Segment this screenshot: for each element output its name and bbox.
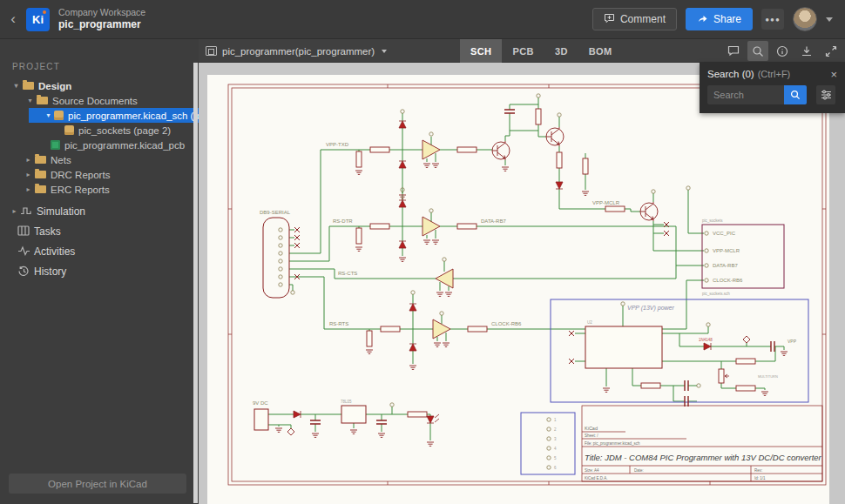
titleblock-title: Title: JDM - COM84 PIC Programmer with 1… — [585, 453, 822, 462]
sidebar-item-pic-sockets[interactable]: pic_sockets (page 2) — [0, 123, 199, 138]
sidebar-item-design[interactable]: ▾ Design — [0, 78, 199, 93]
vpp-box-label: VPP (13V) power — [627, 305, 674, 312]
net-label: DB9-SERIAL — [260, 210, 291, 215]
sidebar-item-activities[interactable]: Activities — [0, 241, 199, 261]
folder-icon — [35, 185, 46, 193]
sheet-name-label: pic_sockets — [702, 218, 723, 223]
section-item-label: Tasks — [34, 225, 61, 238]
sheet-file-label: pic_sockets.sch — [702, 292, 730, 296]
search-panel: Search (0) (Ctrl+F) × — [700, 63, 845, 113]
info-tool-icon[interactable] — [772, 41, 793, 61]
user-avatar[interactable] — [793, 7, 817, 31]
sidebar-item-simulation[interactable]: ▸ Simulation — [0, 201, 199, 221]
tree-item-label: pic_programmer.kicad_pcb — [64, 140, 185, 151]
tree-item-label: pic_programmer.kicad_sch (page... — [68, 111, 199, 121]
chevron-expanded-icon[interactable]: ▾ — [10, 82, 22, 90]
sheet-pin-label: VPP-MCLR — [713, 248, 740, 253]
sheet-pin-label: VCC_PIC — [713, 231, 736, 236]
titleblock-rev: Rev: — [754, 468, 762, 473]
tree-item-label: Source Documents — [52, 96, 138, 106]
avatar-caret-icon[interactable] — [826, 17, 833, 22]
net-label: RS-DTR — [333, 218, 353, 224]
part-ref: 1N4148 — [699, 338, 713, 342]
search-filter-icon[interactable] — [816, 85, 835, 104]
folder-icon — [35, 156, 46, 164]
comments-tool-icon[interactable] — [723, 41, 744, 61]
tree-item-label: Design — [38, 81, 71, 91]
tab-pcb[interactable]: PCB — [502, 39, 544, 63]
chevron-collapsed-icon[interactable]: ▸ — [9, 207, 20, 215]
fullscreen-tool-icon[interactable] — [821, 41, 842, 61]
comment-button[interactable]: Comment — [592, 8, 677, 30]
download-tool-icon[interactable] — [796, 41, 817, 61]
sidebar-item-erc-reports[interactable]: ▸ ERC Reports — [0, 182, 199, 197]
top-header: ‹ Ki Company Workspace pic_programmer Co… — [0, 0, 845, 39]
search-submit-button[interactable] — [784, 85, 807, 104]
titleblock-brand: KiCad — [585, 426, 598, 431]
titleblock-sheet: Sheet: / — [585, 433, 598, 438]
simulation-waveform-icon — [20, 205, 33, 217]
sidebar-scrollbar[interactable] — [193, 63, 198, 503]
project-section-label: PROJECT — [12, 62, 199, 71]
net-label: VPP-MCLR — [592, 200, 620, 205]
document-selector-label: pic_programmer(pic_programmer) — [222, 46, 375, 57]
folder-icon — [35, 171, 46, 178]
schematic-canvas[interactable]: DB9-SERIAL VPP-TX — [199, 63, 845, 504]
close-icon[interactable]: × — [830, 68, 837, 81]
net-label: VPP — [788, 339, 797, 344]
app-window: ‹ Ki Company Workspace pic_programmer Co… — [0, 0, 845, 504]
document-selector[interactable]: pic_programmer(pic_programmer) — [206, 39, 387, 63]
search-panel-title: Search (0) — [707, 69, 754, 79]
titleblock-file: File: pic_programmer.kicad_sch — [585, 441, 640, 446]
share-button[interactable]: Share — [686, 8, 753, 30]
sidebar-item-history[interactable]: History — [0, 261, 199, 281]
sidebar-item-tasks[interactable]: Tasks — [0, 221, 199, 241]
part-ref: U2 — [587, 320, 592, 325]
workspace-label: Company Workspace — [58, 7, 145, 18]
document-toolbar: pic_programmer(pic_programmer) SCH PCB 3… — [199, 39, 845, 63]
tree-item-label: DRC Reports — [51, 170, 110, 180]
sidebar-item-nets[interactable]: ▸ Nets — [0, 152, 199, 167]
tasks-board-icon — [17, 225, 30, 237]
open-in-kicad-button[interactable]: Open Project in KiCad — [9, 474, 186, 494]
titleblock-eda: KiCad E.D.A. — [585, 476, 608, 480]
search-tool-icon[interactable] — [747, 41, 768, 61]
part-ref: MULTITURN — [758, 374, 778, 379]
chevron-expanded-icon[interactable]: ▾ — [43, 111, 54, 119]
chevron-collapsed-icon[interactable]: ▸ — [23, 185, 34, 193]
comment-icon — [604, 13, 615, 26]
history-clock-icon — [17, 265, 30, 277]
schematic-viewport[interactable]: DB9-SERIAL VPP-TX — [199, 63, 845, 504]
sidebar-item-drc-reports[interactable]: ▸ DRC Reports — [0, 167, 199, 182]
search-input[interactable] — [707, 85, 784, 104]
net-label: 9V DC — [253, 400, 268, 406]
tab-bom[interactable]: BOM — [578, 39, 623, 63]
net-label: DATA-RB7 — [481, 218, 506, 224]
net-label: RS-RTS — [329, 321, 348, 326]
net-label: VPP-TXD — [326, 142, 349, 147]
tab-sch[interactable]: SCH — [460, 39, 502, 63]
chevron-down-icon — [382, 50, 387, 53]
net-label: CLOCK-RB6 — [491, 321, 522, 326]
sidebar-item-kicad-sch[interactable]: ▾ pic_programmer.kicad_sch (page... — [29, 108, 199, 123]
more-actions-button[interactable]: ●●● — [761, 9, 784, 30]
sidebar-item-source-documents[interactable]: ▾ Source Documents — [0, 93, 199, 108]
project-title: pic_programmer — [58, 18, 145, 31]
sheet-pin-label: DATA-RB7 — [713, 263, 738, 268]
kicad-cloud-logo[interactable]: Ki — [26, 8, 50, 31]
chevron-collapsed-icon[interactable]: ▸ — [23, 171, 34, 178]
section-item-label: History — [34, 265, 66, 278]
tree-item-label: Nets — [51, 155, 71, 165]
back-icon[interactable]: ‹ — [0, 10, 26, 28]
project-sidebar: PROJECT ▾ Design ▾ Source Documents ▾ pi… — [0, 39, 199, 504]
net-label: RS-CTS — [338, 271, 357, 276]
part-ref: 78L05 — [341, 400, 352, 404]
view-tabs: SCH PCB 3D BOM — [460, 39, 623, 63]
titleblock-id: Id: 1/1 — [754, 476, 766, 480]
titleblock-size: Size: A4 — [585, 468, 599, 473]
chevron-expanded-icon[interactable]: ▾ — [24, 97, 36, 104]
tab-3d[interactable]: 3D — [544, 39, 578, 63]
titleblock-date: Date: — [634, 468, 644, 473]
sidebar-item-kicad-pcb[interactable]: pic_programmer.kicad_pcb — [0, 138, 199, 152]
chevron-collapsed-icon[interactable]: ▸ — [23, 156, 34, 164]
